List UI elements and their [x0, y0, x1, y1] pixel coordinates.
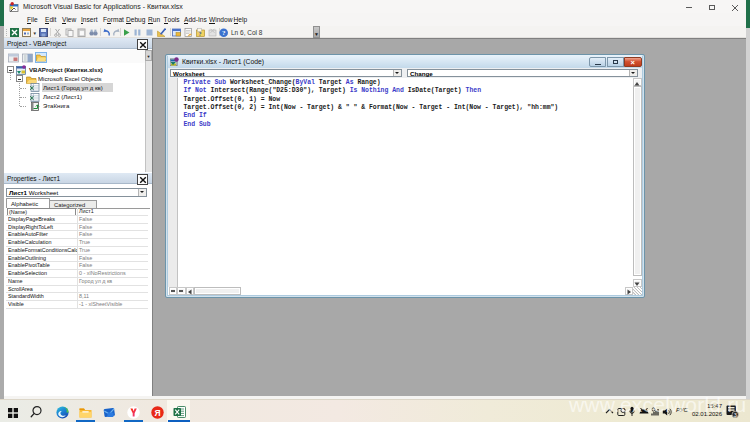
- svg-text:?: ?: [199, 31, 202, 37]
- svg-text:Я: Я: [154, 407, 160, 417]
- svg-text:?: ?: [222, 29, 226, 37]
